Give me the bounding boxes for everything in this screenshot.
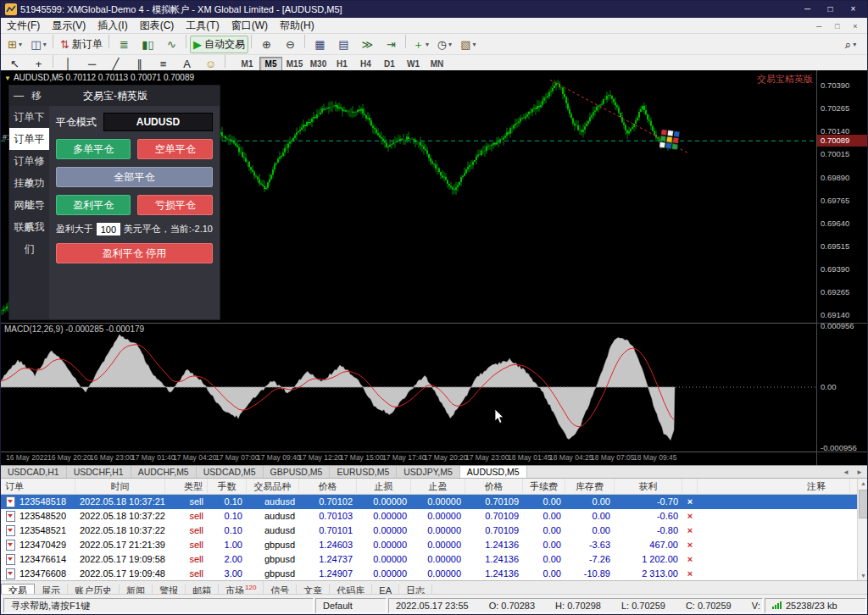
chart-tab[interactable]: AUDUSD,M5: [460, 466, 527, 479]
terminal-tab-6[interactable]: 市场120: [219, 581, 264, 594]
chart-tab[interactable]: GBPUSD,M5: [264, 466, 331, 479]
trading-panel: — 移 交易宝-精英版 订单下单订单平仓订单修改挂单功能网址导航联系我们 平仓模…: [9, 86, 220, 319]
column-header[interactable]: 订单: [1, 479, 75, 493]
price-scale-label: 0.69640: [821, 219, 849, 228]
menu-item[interactable]: 图表(C): [134, 19, 181, 31]
order-id: 123548518: [1, 495, 75, 509]
chart-collapse-icon[interactable]: ▼: [4, 75, 11, 82]
chart-tab[interactable]: USDCAD,M5: [197, 466, 264, 479]
panel-menu-item-0[interactable]: 订单下单: [9, 106, 49, 128]
mt4-window: 51945599: XMGlobal-Demo 4 - 模拟帐户 - XM Gl…: [0, 0, 868, 615]
close-profitable-button[interactable]: 盈利平仓: [56, 195, 131, 215]
close-position-button[interactable]: ×: [682, 567, 698, 581]
panel-move-handle[interactable]: 移: [28, 89, 45, 103]
order-volume: 0.10: [208, 495, 247, 509]
take-profit: 0.00000: [411, 567, 465, 581]
menu-item[interactable]: 文件(F): [1, 19, 46, 31]
column-header[interactable]: 注释: [698, 479, 850, 493]
window-minimize-button[interactable]: ─: [796, 1, 819, 18]
cube-logo-icon[interactable]: [659, 130, 680, 150]
order-row[interactable]: 1235485202022.05.18 10:37:22sell0.10audu…: [1, 509, 868, 524]
zoom-out-button[interactable]: ⊖: [279, 36, 302, 53]
close-all-button[interactable]: 全部平仓: [56, 167, 213, 187]
profit-threshold-input[interactable]: [97, 223, 120, 235]
terminal-scrollbar[interactable]: ▲ ▼: [857, 479, 868, 581]
close-position-button[interactable]: ×: [682, 495, 698, 509]
chart-tab[interactable]: USDCHF,H1: [67, 466, 131, 479]
menu-item[interactable]: 帮助(H): [274, 19, 320, 31]
window-close-button[interactable]: ×: [842, 1, 865, 18]
panel-header[interactable]: — 移 交易宝-精英版: [9, 86, 220, 106]
status-profile[interactable]: Default: [315, 598, 387, 613]
panel-menu-item-3[interactable]: 挂单功能: [9, 172, 49, 194]
menu-item[interactable]: 工具(T): [180, 19, 225, 31]
menu-item[interactable]: 窗口(W): [225, 19, 274, 31]
auto-scroll-button[interactable]: ≫: [356, 36, 379, 53]
close-short-button[interactable]: 空单平仓: [137, 139, 213, 159]
chart-tab[interactable]: AUDCHF,M5: [131, 466, 197, 479]
column-header[interactable]: 交易品种: [247, 479, 299, 493]
column-header[interactable]: 类型: [165, 479, 208, 493]
close-position-button[interactable]: ×: [682, 524, 698, 538]
periods-button[interactable]: ◷▾: [433, 36, 456, 53]
bar-chart-button[interactable]: ≣: [113, 36, 136, 53]
zoom-in-button[interactable]: ⊕: [255, 36, 278, 53]
close-position-button[interactable]: ×: [682, 552, 698, 567]
close-position-button[interactable]: ×: [682, 538, 698, 552]
profiles-button[interactable]: ◫▾: [27, 36, 50, 53]
price-scale: 0.703900.702650.701400.700150.698900.697…: [816, 70, 868, 465]
new-order-button[interactable]: ⇅新订单: [57, 36, 106, 53]
cascade-windows-button[interactable]: ▤: [332, 36, 355, 53]
chart-tab[interactable]: USDCAD,H1: [1, 466, 67, 479]
window-maximize-button[interactable]: □: [819, 1, 842, 18]
profit-close-toggle-button[interactable]: 盈利平仓 停用: [56, 243, 213, 263]
chart-shift-button[interactable]: ⇥: [380, 36, 403, 53]
chart-tab[interactable]: USDJPY,M5: [397, 466, 460, 479]
autotrading-button[interactable]: ▶自动交易: [190, 36, 248, 53]
panel-minimize-button[interactable]: —: [9, 90, 28, 102]
search-button[interactable]: ⌕▾: [839, 36, 862, 53]
column-header[interactable]: 库存费: [565, 479, 615, 493]
scroll-up-icon[interactable]: ▲: [858, 479, 868, 489]
scrollbar-thumb[interactable]: [859, 490, 868, 518]
line-chart-button[interactable]: ∿: [160, 36, 183, 53]
panel-menu-item-5[interactable]: 联系我们: [9, 216, 49, 238]
panel-menu-item-4[interactable]: 网址导航: [9, 194, 49, 216]
close-long-button[interactable]: 多单平仓: [56, 139, 131, 159]
panel-menu-item-1[interactable]: 订单平仓: [9, 128, 49, 150]
column-header[interactable]: 获利: [615, 479, 682, 493]
panel-menu-item-2[interactable]: 订单修改: [9, 150, 49, 172]
column-header[interactable]: 止损: [357, 479, 411, 493]
column-header[interactable]: 时间: [75, 479, 165, 493]
menu-item[interactable]: 显示(V): [46, 19, 92, 31]
child-close-button[interactable]: ×: [848, 22, 863, 30]
indicators-button[interactable]: ＋▾: [409, 36, 432, 53]
tile-windows-button[interactable]: ▦: [309, 36, 331, 53]
candlestick-chart-button[interactable]: ▮▯: [136, 36, 159, 53]
chart-tab[interactable]: EURUSD,M5: [330, 466, 397, 479]
chart-tabs-scroll-right-icon[interactable]: ►: [854, 468, 865, 476]
order-row[interactable]: 1234704292022.05.17 21:21:39sell1.00gbpu…: [1, 538, 868, 552]
child-minimize-button[interactable]: ─: [811, 22, 826, 30]
templates-button[interactable]: ▧▾: [457, 36, 480, 53]
price-scale-label: 0.69890: [821, 173, 849, 182]
column-header[interactable]: 价格: [465, 479, 523, 493]
indicators-icon: ＋: [413, 39, 424, 50]
chart-tabs-scroll-left-icon[interactable]: ◄: [840, 468, 852, 476]
order-row[interactable]: 1234766082022.05.17 19:09:48sell3.00gbpu…: [1, 567, 868, 581]
menu-item[interactable]: 插入(I): [92, 19, 133, 31]
column-header[interactable]: 手续费: [523, 479, 565, 493]
order-row[interactable]: 1234766142022.05.17 19:09:58sell2.00gbpu…: [1, 552, 868, 567]
column-header[interactable]: 手数: [208, 479, 247, 493]
profit-rule-prefix: 盈利大于: [56, 223, 93, 235]
close-position-button[interactable]: ×: [682, 509, 698, 524]
order-time: 2022.05.17 19:09:58: [75, 552, 165, 567]
new-chart-button[interactable]: ⊞▾: [3, 36, 26, 53]
order-row[interactable]: 1235485212022.05.18 10:37:22sell0.10audu…: [1, 524, 868, 538]
column-header[interactable]: 价格: [299, 479, 357, 493]
order-row[interactable]: 1235485182022.05.18 10:37:21sell0.10audu…: [1, 495, 868, 509]
close-losing-button[interactable]: 亏损平仓: [137, 195, 213, 215]
price-scale-label: 0.69515: [821, 241, 849, 251]
column-header[interactable]: 止盈: [411, 479, 465, 493]
child-restore-button[interactable]: □: [830, 22, 845, 30]
